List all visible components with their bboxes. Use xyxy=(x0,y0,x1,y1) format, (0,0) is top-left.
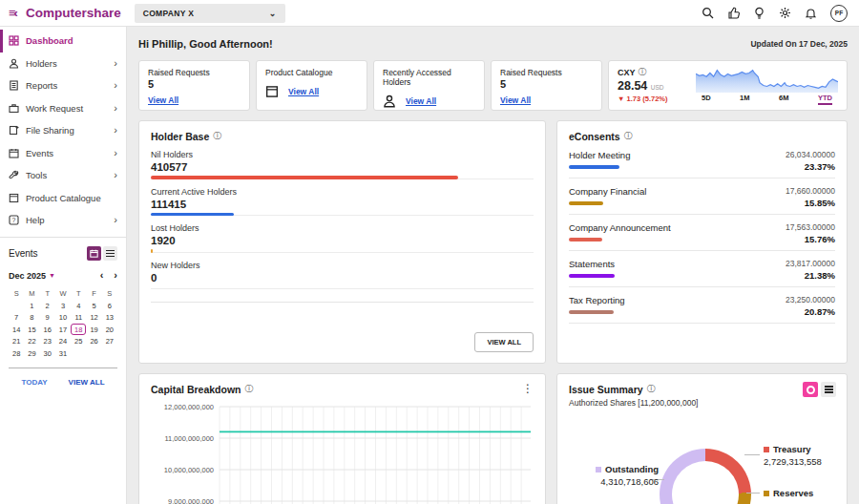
segment-value: 4,310,718,606 xyxy=(571,476,659,487)
chevron-right-icon: › xyxy=(114,125,117,136)
greeting-text: Hi Phillip, Good Afternoon! xyxy=(138,38,273,50)
sidebar-item-events[interactable]: Events› xyxy=(0,142,126,165)
holder-base-view-all-button[interactable]: VIEW ALL xyxy=(474,332,534,352)
econsent-label: Tax Reporting xyxy=(569,295,625,305)
calendar-day[interactable]: 11 xyxy=(71,312,86,325)
econsents-row: Company Financial17,660.0000015.85% xyxy=(569,178,835,215)
calendar-view-toggle[interactable] xyxy=(87,246,101,261)
calendar-day[interactable]: 1 xyxy=(24,300,39,312)
sidebar-item-work-request[interactable]: Work Request› xyxy=(0,97,126,120)
calendar-day[interactable]: 28 xyxy=(9,347,24,360)
search-icon[interactable] xyxy=(702,7,714,19)
metric-label: Nil Holders xyxy=(151,150,534,159)
calendar-day[interactable]: 16 xyxy=(40,324,55,336)
info-icon[interactable]: ⓘ xyxy=(647,383,656,395)
calendar-day[interactable]: 15 xyxy=(24,324,39,336)
avatar[interactable]: PF xyxy=(830,5,848,22)
calendar-day[interactable]: 21 xyxy=(9,336,24,348)
company-selector[interactable]: COMPANY X ⌄ xyxy=(135,4,285,23)
card-title: Product Catalogue xyxy=(265,68,358,77)
econsent-value: 17,660.00000 xyxy=(786,186,835,196)
calendar-day[interactable]: 5 xyxy=(86,300,101,312)
calendar-day[interactable]: 14 xyxy=(9,324,24,336)
metric-value: 0 xyxy=(151,272,534,284)
next-month-icon[interactable]: › xyxy=(114,270,117,281)
sidebar-item-dashboard[interactable]: Dashboard xyxy=(0,30,126,52)
sidebar-item-product-catalogue[interactable]: Product Catalogue xyxy=(0,187,126,210)
capital-breakdown-chart: 12,000,000,000 11,000,000,000 10,000,000… xyxy=(151,401,533,504)
calendar-day[interactable]: 26 xyxy=(86,336,101,348)
calendar-day[interactable]: 8 xyxy=(24,312,39,325)
calendar-day[interactable]: 13 xyxy=(102,312,117,325)
issue-summary-donut-chart xyxy=(660,449,751,504)
calendar-day[interactable]: 23 xyxy=(40,336,55,348)
chevron-right-icon: › xyxy=(114,80,117,91)
calendar-day[interactable]: 3 xyxy=(55,300,71,312)
chevron-right-icon: › xyxy=(114,58,117,69)
events-view-all-button[interactable]: VIEW ALL xyxy=(69,378,105,387)
info-icon[interactable]: ⓘ xyxy=(639,66,647,78)
calendar-day[interactable]: 30 xyxy=(40,347,55,360)
today-button[interactable]: TODAY xyxy=(21,378,47,387)
view-all-link[interactable]: View All xyxy=(148,95,178,105)
calendar-day[interactable]: 17 xyxy=(55,324,71,336)
calendar-day[interactable]: 27 xyxy=(102,336,117,348)
calendar-day[interactable]: 2 xyxy=(40,300,55,312)
calendar-day[interactable]: 9 xyxy=(40,312,55,325)
events-panel: Events Dec 2025 ▼ ‹ › S xyxy=(0,242,126,396)
calendar-day[interactable]: 19 xyxy=(86,324,101,336)
sidebar-item-reports[interactable]: Reports› xyxy=(0,74,126,97)
donut-view-toggle[interactable] xyxy=(803,382,818,397)
metric-bar xyxy=(151,249,153,253)
calendar-day-header: W xyxy=(55,288,71,301)
sidebar-item-tools[interactable]: Tools› xyxy=(0,164,126,187)
sidebar-item-label: Dashboard xyxy=(26,35,73,46)
connector-line xyxy=(746,493,760,494)
sidebar-item-label: Product Catalogue xyxy=(26,193,101,203)
stock-currency: USD xyxy=(651,84,664,91)
range-ytd[interactable]: YTD xyxy=(818,94,832,105)
table-view-toggle[interactable] xyxy=(821,382,836,397)
kebab-menu-icon[interactable]: ⋮ xyxy=(522,383,534,394)
calendar-day xyxy=(102,347,117,360)
calendar-day xyxy=(86,347,101,360)
thumbs-up-icon[interactable] xyxy=(727,7,740,19)
calendar-day[interactable]: 20 xyxy=(102,324,117,336)
month-label[interactable]: Dec 2025 xyxy=(9,271,46,281)
holder-base-card: Holder Baseⓘ Nil Holders410577Current Ac… xyxy=(138,120,546,364)
calendar-day[interactable]: 6 xyxy=(102,300,117,312)
calendar-day[interactable]: 29 xyxy=(24,347,39,360)
chevron-right-icon: › xyxy=(114,170,117,180)
range-1m[interactable]: 1M xyxy=(740,94,749,105)
list-view-toggle[interactable] xyxy=(103,246,117,261)
calendar-day[interactable]: 24 xyxy=(55,336,71,348)
view-all-link[interactable]: View All xyxy=(500,95,531,105)
prev-month-icon[interactable]: ‹ xyxy=(100,270,104,281)
info-icon[interactable]: ⓘ xyxy=(624,130,633,142)
range-6m[interactable]: 6M xyxy=(779,94,788,105)
calendar-day[interactable]: 25 xyxy=(71,336,86,348)
bell-icon[interactable] xyxy=(805,7,817,19)
calendar-day[interactable]: 22 xyxy=(24,336,39,348)
calendar-day[interactable]: 4 xyxy=(71,300,86,312)
lightbulb-icon[interactable] xyxy=(753,7,765,19)
dashboard-icon xyxy=(9,35,19,46)
calendar-day[interactable]: 12 xyxy=(86,312,101,325)
info-icon[interactable]: ⓘ xyxy=(245,383,254,395)
sidebar-item-help[interactable]: ? Help› xyxy=(0,209,126,232)
treasury-label: Treasury 2,729,313,558 xyxy=(764,444,822,467)
calendar-day-selected[interactable]: 18 xyxy=(71,324,86,335)
dashboard-page: ≡‹ Computershare COMPANY X ⌄ PF Dashboar… xyxy=(0,0,859,504)
view-all-link[interactable]: View All xyxy=(288,87,319,96)
sidebar-collapse-icon[interactable]: ≡‹ xyxy=(9,6,16,20)
sidebar-item-holders[interactable]: Holders› xyxy=(0,52,126,75)
chevron-right-icon: › xyxy=(114,215,117,225)
calendar-day[interactable]: 10 xyxy=(55,312,71,325)
calendar-day[interactable]: 7 xyxy=(9,312,24,325)
gear-icon[interactable] xyxy=(779,7,791,19)
calendar-day[interactable]: 31 xyxy=(55,347,71,360)
info-icon[interactable]: ⓘ xyxy=(213,130,221,142)
sidebar-item-file-sharing[interactable]: File Sharing› xyxy=(0,119,126,142)
view-all-link[interactable]: View All xyxy=(406,96,436,106)
range-5d[interactable]: 5D xyxy=(702,94,711,105)
